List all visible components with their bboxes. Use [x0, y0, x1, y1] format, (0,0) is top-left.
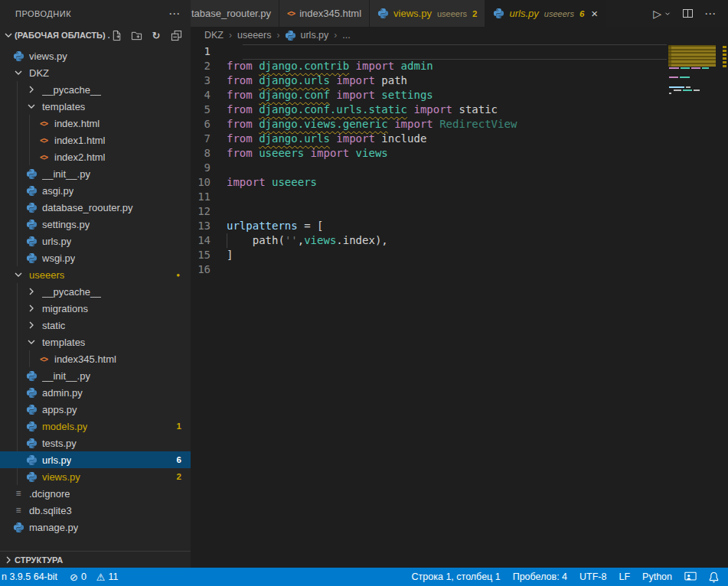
tree-file-database_roouter.py[interactable]: database_roouter.py: [0, 199, 191, 216]
code-token: RedirectView: [439, 117, 517, 132]
status-encoding[interactable]: UTF-8: [573, 568, 612, 586]
more-actions-icon[interactable]: ⋯: [704, 7, 717, 21]
status-language-mode[interactable]: Python: [636, 568, 678, 586]
run-icon: ▷: [653, 8, 661, 20]
line-number: 5: [191, 103, 227, 117]
tree-folder-__pycache__[interactable]: __pycache__: [0, 283, 191, 300]
tree-item-label: index345.html: [54, 353, 116, 365]
new-folder-icon[interactable]: [129, 28, 143, 42]
tree-file-wsgi.py[interactable]: wsgi.py: [0, 249, 191, 266]
tree-item-label: __pycache__: [42, 286, 101, 298]
split-editor-icon: [683, 9, 693, 18]
line-number: 11: [191, 190, 227, 204]
tree-file-__init__.py[interactable]: __init__.py: [0, 165, 191, 182]
breadcrumb-item-...[interactable]: ...: [342, 30, 350, 41]
code-line-9: 9: [191, 161, 728, 175]
tree-file-index1.html[interactable]: <>index1.html: [0, 132, 191, 148]
tree-folder-__pycache__[interactable]: __pycache__: [0, 81, 191, 98]
tab-tabase_roouter.py[interactable]: tabase_roouter.py: [191, 0, 279, 27]
status-indentation[interactable]: Пробелов: 4: [507, 568, 573, 586]
breadcrumb-item-DKZ[interactable]: DKZ: [204, 30, 224, 41]
status-problems[interactable]: ⊘0⚠11: [64, 568, 131, 586]
tree-file-models.py[interactable]: models.py1: [0, 418, 191, 435]
tree-file-index.html[interactable]: <>index.html: [0, 115, 191, 132]
line-number: 1: [191, 44, 227, 59]
tree-file-urls.py[interactable]: urls.py: [0, 233, 191, 249]
code-token: django.views.generic: [259, 117, 388, 132]
minimap[interactable]: [668, 44, 717, 158]
chevron-right-icon: [25, 83, 38, 96]
line-number: 8: [191, 146, 227, 161]
minimap-mark: [674, 90, 681, 91]
status-eol[interactable]: LF: [612, 568, 636, 586]
tree-file-manage.py[interactable]: manage.py: [0, 519, 191, 536]
tree-item-label: migrations: [42, 303, 88, 314]
workspace-label: (РАБОЧАЯ ОБЛАСТЬ) ...: [15, 31, 109, 40]
status-feedback[interactable]: [678, 568, 703, 586]
tree-file-.dcignore[interactable]: ≡.dcignore: [0, 485, 191, 502]
tree-folder-templates[interactable]: templates: [0, 98, 191, 115]
code-lines: 12from django.contrib import admin3from …: [191, 44, 728, 277]
tree-file-__init__.py[interactable]: __init__.py: [0, 367, 191, 384]
run-python-file-button[interactable]: ▷: [653, 8, 671, 20]
ruler-warning-mark: [723, 65, 726, 67]
workspace-section-header[interactable]: (РАБОЧАЯ ОБЛАСТЬ) ... ↻: [0, 27, 191, 44]
tree-folder-DKZ[interactable]: DKZ: [0, 64, 191, 81]
code-token: useeers: [259, 146, 304, 161]
minimap-mark: [681, 67, 690, 69]
ruler-warning-mark: [723, 50, 726, 52]
code-editor[interactable]: 12from django.contrib import admin3from …: [191, 44, 728, 568]
status-python-version[interactable]: n 3.9.5 64-bit: [0, 568, 64, 586]
tab-views.py[interactable]: views.pyuseeers2: [370, 0, 485, 27]
breadcrumb-item-urls.py[interactable]: urls.py: [285, 30, 328, 41]
code-token: path(: [253, 233, 285, 248]
code-token: from: [227, 73, 259, 88]
tree-file-asgi.py[interactable]: asgi.py: [0, 182, 191, 199]
python-file-icon: [25, 219, 38, 230]
code-token: import: [388, 117, 439, 132]
code-token: import: [330, 73, 381, 88]
code-line-12: 12: [191, 204, 728, 219]
tree-folder-migrations[interactable]: migrations: [0, 300, 191, 317]
tree-file-views.py[interactable]: views.py2: [0, 468, 191, 485]
tree-file-index345.html[interactable]: <>index345.html: [0, 350, 191, 367]
tree-item-label: templates: [42, 101, 85, 112]
outline-section-header[interactable]: СТРУКТУРА: [0, 551, 191, 568]
tree-file-views.py[interactable]: views.py: [0, 47, 191, 64]
vscode-window: ПРОВОДНИК ⋯ (РАБОЧАЯ ОБЛАСТЬ) ... ↻: [0, 0, 728, 586]
split-editor-button[interactable]: [683, 9, 693, 18]
tree-folder-useeers[interactable]: useeers●: [0, 266, 191, 283]
explorer-more-actions-icon[interactable]: ⋯: [168, 7, 180, 21]
status-notifications[interactable]: [703, 568, 725, 586]
status-cursor-position[interactable]: Строка 1, столбец 1: [406, 568, 507, 586]
breadcrumb-label: ...: [342, 30, 350, 41]
code-token: views: [356, 146, 388, 161]
line-number: 13: [191, 219, 227, 233]
breadcrumb-item-useeers[interactable]: useeers: [237, 30, 271, 41]
tree-file-db.sqlite3[interactable]: ≡db.sqlite3: [0, 502, 191, 519]
tab-urls.py[interactable]: urls.pyuseeers6×: [485, 0, 606, 27]
editor-group: tabase_roouter.py<>index345.htmlviews.py…: [191, 0, 728, 568]
close-tab-icon[interactable]: ×: [591, 8, 598, 19]
status-left: n 3.9.5 64-bit⊘0⚠11: [0, 568, 130, 586]
tree-file-tests.py[interactable]: tests.py: [0, 435, 191, 451]
tree-item-label: models.py: [42, 421, 87, 432]
code-token: from: [227, 146, 259, 161]
collapse-all-icon[interactable]: [169, 28, 183, 42]
code-token: admin: [401, 59, 433, 73]
tree-file-settings.py[interactable]: settings.py: [0, 216, 191, 233]
tree-folder-templates[interactable]: templates: [0, 334, 191, 350]
tab-index345.html[interactable]: <>index345.html: [279, 0, 370, 27]
overview-ruler[interactable]: [717, 44, 728, 568]
python-file-icon: [25, 168, 38, 180]
tree-file-urls.py[interactable]: urls.py6: [0, 451, 191, 468]
new-file-icon[interactable]: [109, 28, 123, 42]
code-token: import: [304, 146, 355, 161]
tree-folder-static[interactable]: static: [0, 317, 191, 334]
tree-file-index2.html[interactable]: <>index2.html: [0, 148, 191, 165]
tree-file-apps.py[interactable]: apps.py: [0, 401, 191, 418]
tree-file-admin.py[interactable]: admin.py: [0, 384, 191, 401]
ruler-warning-mark: [723, 54, 726, 56]
python-file-icon: [25, 370, 38, 382]
refresh-icon[interactable]: ↻: [149, 28, 163, 42]
